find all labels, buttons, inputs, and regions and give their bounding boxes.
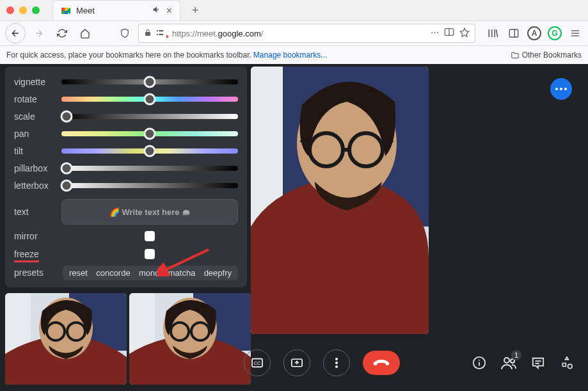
bookmark-star-icon[interactable] <box>459 28 470 40</box>
presets-group: reset concorde mono matcha deepfry <box>63 266 238 280</box>
hangup-button[interactable] <box>363 351 400 375</box>
titlebar: Meet × + <box>0 0 588 20</box>
participants-button[interactable]: 1 <box>501 355 516 371</box>
presets-label: presets <box>14 267 56 278</box>
meeting-details-button[interactable] <box>472 355 487 371</box>
self-preview-strip <box>5 293 251 385</box>
call-controls-bar: CC 1 <box>251 347 582 378</box>
mirror-label: mirror <box>14 231 56 241</box>
bookmarks-toolbar: For quick access, place your bookmarks h… <box>0 46 588 64</box>
svg-rect-8 <box>159 33 163 35</box>
shield-icon[interactable] <box>115 24 134 43</box>
manage-bookmarks-link[interactable]: Manage bookmarks... <box>253 51 327 60</box>
present-screen-button[interactable] <box>283 349 310 376</box>
svg-point-48 <box>335 362 338 364</box>
svg-rect-15 <box>509 29 518 37</box>
toolbar: https://meet.google.com/ ⋯ A <box>0 20 588 46</box>
home-button[interactable] <box>75 24 95 43</box>
audio-playing-icon[interactable] <box>152 5 161 16</box>
svg-rect-1 <box>61 8 65 11</box>
browser-tab[interactable]: Meet × <box>52 0 180 20</box>
pillarbox-slider[interactable] <box>61 166 238 171</box>
sidebar-icon[interactable] <box>506 26 521 41</box>
more-options-fab[interactable] <box>550 78 572 100</box>
overlay-text-input[interactable]: 🌈 Write text here 🌧 <box>61 199 238 225</box>
minimize-window-button[interactable] <box>19 6 27 14</box>
freeze-label: freeze <box>14 249 56 259</box>
close-tab-button[interactable]: × <box>166 5 172 17</box>
scale-label: scale <box>14 111 56 122</box>
rotate-slider[interactable] <box>61 97 238 102</box>
activities-button[interactable] <box>560 355 575 371</box>
preset-concorde[interactable]: concorde <box>96 268 130 278</box>
vignette-label: vignette <box>14 77 56 87</box>
svg-rect-6 <box>159 29 163 31</box>
svg-rect-2 <box>65 8 68 11</box>
self-preview-1[interactable] <box>5 293 127 385</box>
svg-point-47 <box>335 358 338 360</box>
tilt-label: tilt <box>14 146 56 156</box>
participants-count-badge: 1 <box>511 350 521 360</box>
new-tab-button[interactable]: + <box>187 4 204 17</box>
meet-favicon-icon <box>61 6 71 16</box>
rotate-label: rotate <box>14 94 56 104</box>
vignette-slider[interactable] <box>61 79 238 84</box>
maximize-window-button[interactable] <box>32 6 40 14</box>
address-bar[interactable]: https://meet.google.com/ ⋯ <box>138 24 475 43</box>
letterbox-label: letterbox <box>14 180 56 191</box>
preset-reset[interactable]: reset <box>69 268 88 278</box>
permissions-icon[interactable] <box>155 29 164 38</box>
pan-label: pan <box>14 129 56 139</box>
self-preview-2[interactable] <box>129 293 251 385</box>
menu-icon[interactable] <box>568 26 583 41</box>
svg-rect-3 <box>61 11 65 14</box>
svg-point-53 <box>504 358 509 363</box>
video-filter-panel: vignette rotate scale pan tilt pillarbox… <box>5 67 247 287</box>
bookmarks-hint: For quick access, place your bookmarks h… <box>6 51 251 60</box>
page-actions-icon[interactable]: ⋯ <box>431 28 439 40</box>
svg-line-14 <box>497 29 498 37</box>
lock-icon <box>144 29 152 38</box>
reader-mode-icon[interactable] <box>444 28 454 40</box>
preset-mono[interactable]: mono <box>139 268 160 278</box>
window-controls <box>6 6 40 14</box>
library-icon[interactable] <box>486 26 501 41</box>
pillarbox-label: pillarbox <box>14 163 56 173</box>
url-text: https://meet.google.com/ <box>172 29 427 38</box>
reload-button[interactable] <box>52 24 72 43</box>
more-vertical-button[interactable] <box>323 349 350 376</box>
pan-slider[interactable] <box>61 131 238 136</box>
svg-point-49 <box>335 365 338 368</box>
svg-point-52 <box>479 360 480 361</box>
back-button[interactable] <box>5 23 26 44</box>
preset-matcha[interactable]: matcha <box>168 268 196 278</box>
tab-title: Meet <box>76 6 147 15</box>
other-bookmarks-button[interactable]: Other Bookmarks <box>511 51 582 60</box>
svg-point-5 <box>157 29 158 31</box>
preset-deepfry[interactable]: deepfry <box>204 268 232 278</box>
text-label: text <box>14 207 56 217</box>
captions-button[interactable]: CC <box>244 349 271 376</box>
chat-button[interactable] <box>530 355 546 371</box>
forward-button[interactable] <box>29 24 49 43</box>
extension-icon[interactable]: G <box>547 26 562 41</box>
tilt-slider[interactable] <box>61 148 238 154</box>
main-video-tile[interactable] <box>251 67 429 334</box>
close-window-button[interactable] <box>6 6 14 14</box>
mirror-checkbox[interactable] <box>145 231 155 241</box>
browser-chrome: Meet × + <box>0 0 588 64</box>
letterbox-slider[interactable] <box>61 183 238 188</box>
meet-content: vignette rotate scale pan tilt pillarbox… <box>0 64 588 391</box>
account-icon[interactable]: A <box>527 26 542 41</box>
scale-slider[interactable] <box>61 114 238 119</box>
svg-point-7 <box>157 33 158 35</box>
svg-rect-4 <box>65 11 68 14</box>
freeze-checkbox[interactable] <box>145 249 155 259</box>
svg-text:CC: CC <box>253 360 260 366</box>
